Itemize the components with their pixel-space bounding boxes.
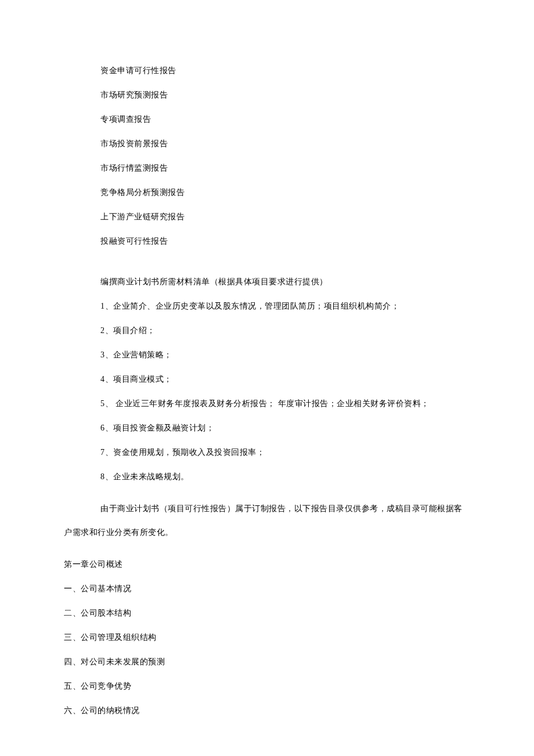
report-type-item: 上下游产业链研究报告 (64, 213, 470, 221)
checklist-item: 8、企业未来战略规划。 (64, 473, 470, 481)
report-type-item: 竞争格局分析预测报告 (64, 189, 470, 197)
checklist-item: 1、企业简介、企业历史变革以及股东情况，管理团队简历；项目组织机构简介； (64, 302, 470, 310)
chapter-item: 二、公司股本结构 (64, 609, 470, 617)
checklist-item: 6、项目投资金额及融资计划； (64, 424, 470, 432)
chapter-item: 六、公司的纳税情况 (64, 707, 470, 715)
chapter-item: 三、公司管理及组织结构 (64, 634, 470, 642)
checklist-item: 4、项目商业模式； (64, 375, 470, 384)
checklist-item: 3、企业营销策略； (64, 351, 470, 359)
chapter-item: 一、公司基本情况 (64, 585, 470, 593)
report-type-item: 资金申请可行性报告 (64, 67, 470, 75)
checklist-item: 7、资金使用规划，预期收入及投资回报率； (64, 448, 470, 457)
note-paragraph: 由于商业计划书（项目可行性报告）属于订制报告，以下报告目录仅供参考，成稿目录可能… (64, 497, 470, 544)
report-type-item: 市场投资前景报告 (64, 140, 470, 148)
report-type-item: 专项调查报告 (64, 115, 470, 124)
chapter-item: 五、公司竞争优势 (64, 682, 470, 690)
checklist-title: 编撰商业计划书所需材料清单（根据具体项目要求进行提供） (64, 278, 470, 286)
report-type-item: 投融资可行性报告 (64, 237, 470, 245)
checklist-item: 2、项目介绍； (64, 327, 470, 335)
document-page: 资金申请可行性报告 市场研究预测报告 专项调查报告 市场投资前景报告 市场行情监… (0, 0, 534, 756)
report-type-item: 市场行情监测报告 (64, 164, 470, 172)
report-type-item: 市场研究预测报告 (64, 91, 470, 99)
chapter-title: 第一章公司概述 (64, 560, 470, 569)
chapter-item: 四、对公司未来发展的预测 (64, 658, 470, 666)
checklist-item: 5、 企业近三年财务年度报表及财务分析报告； 年度审计报告；企业相关财务评价资料… (64, 400, 470, 408)
